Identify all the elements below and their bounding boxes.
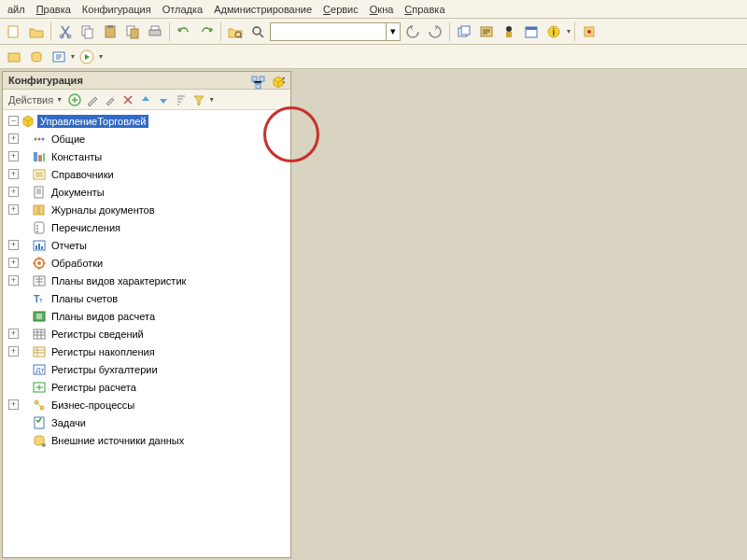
expand-icon[interactable]: + [8,187,19,197]
expand-icon[interactable]: + [8,258,19,268]
dropdown-icon[interactable]: ▾ [99,52,103,61]
print-button[interactable] [145,21,165,42]
help-button[interactable]: i [543,21,564,42]
filter-button[interactable] [190,91,207,108]
syntax-assistant-button[interactable] [499,21,519,42]
documents-icon [32,185,47,200]
menu-windows[interactable]: Окна [364,2,400,17]
tree-item-journals[interactable]: +Журналы документов [5,201,289,218]
start-debug-button[interactable] [77,47,97,67]
expand-icon[interactable] [8,364,19,374]
content-area [291,69,747,558]
compare-button[interactable] [49,47,69,67]
dropdown-icon[interactable]: ▼ [208,96,218,103]
wizard-button[interactable] [102,91,119,108]
debug-config-button[interactable] [579,21,599,42]
config-button[interactable] [4,47,24,67]
menu-help[interactable]: Справка [399,2,450,17]
expand-icon[interactable]: + [8,240,19,250]
tree-item-reports[interactable]: +Отчеты [5,236,289,254]
move-up-button[interactable] [137,91,154,108]
configuration-panel: Конфигурация ✕ Действия▼ ▼ − УправлениеТ… [2,71,291,558]
tree-item-accumreg[interactable]: +Регистры накопления [5,343,289,360]
menu-file[interactable]: айл [2,2,31,17]
tree-item-enums[interactable]: Перечисления [5,218,289,236]
collapse-icon[interactable]: − [8,116,19,126]
sort-button[interactable] [173,91,190,108]
tree-item-label: Планы видов расчета [49,310,158,323]
expand-icon[interactable]: + [8,204,19,215]
tree-item-processing[interactable]: +Обработки [5,254,289,272]
expand-icon[interactable] [8,293,19,303]
update-db-button[interactable] [26,47,47,67]
tree-item-dots[interactable]: +Общие [5,130,289,147]
expand-icon[interactable] [8,382,19,392]
expand-icon[interactable]: + [8,169,19,179]
nav-next-button[interactable] [425,21,445,42]
new-file-button[interactable] [4,21,24,42]
search-combo[interactable]: ▾ [270,22,401,41]
expand-icon[interactable]: + [8,329,19,339]
cut-button[interactable] [55,21,76,42]
menu-configuration[interactable]: Конфигурация [77,2,157,17]
actions-menu[interactable]: Действия [7,94,55,105]
tree-item-bprocess[interactable]: +Бизнес-процессы [5,396,289,413]
tree-item-calctypes[interactable]: Планы видов расчета [5,307,289,325]
expand-icon[interactable] [8,222,19,232]
tree-item-label: Общие [49,133,88,146]
tree-item-tasks[interactable]: Задачи [5,413,289,431]
svg-rect-38 [39,205,44,215]
expand-icon[interactable]: + [8,133,19,144]
expand-icon[interactable]: + [8,151,19,161]
undo-button[interactable] [174,21,194,42]
move-down-button[interactable] [155,91,172,108]
tree-item-constants[interactable]: +Константы [5,147,289,165]
accreg-icon: Дт [32,362,47,377]
svg-rect-10 [151,26,159,30]
tree-item-documents[interactable]: +Документы [5,183,289,201]
menu-edit[interactable]: Правка [31,2,77,17]
expand-icon[interactable] [8,311,19,321]
open-folder-button[interactable] [26,21,47,42]
expand-icon[interactable] [8,435,19,445]
edit-button[interactable] [84,91,101,108]
windows-button[interactable] [454,21,474,42]
menu-administration[interactable]: Администрирование [208,2,317,17]
external-icon [32,433,47,448]
nav-prev-button[interactable] [402,21,423,42]
svg-point-30 [38,137,41,140]
dropdown-icon[interactable]: ▾ [566,27,571,35]
dropdown-icon[interactable]: ▾ [386,23,400,40]
menu-service[interactable]: Сервис [317,2,364,17]
dropdown-icon[interactable]: ▾ [71,52,75,61]
tree-item-catalog[interactable]: +Справочники [5,165,289,183]
calendar-button[interactable] [521,21,542,42]
tree-item-inforeg[interactable]: +Регистры сведений [5,325,289,343]
svg-rect-14 [461,26,470,35]
expand-icon[interactable] [8,417,19,427]
tree-root[interactable]: − УправлениеТорговлей [5,112,289,130]
tree-item-calcreg[interactable]: Регистры расчета [5,378,289,396]
dropdown-icon[interactable]: ▼ [56,96,65,103]
add-button[interactable] [66,91,83,108]
find-folder-button[interactable] [225,21,246,42]
sql-console-button[interactable] [476,21,497,42]
tree-item-external[interactable]: Внешние источники данных [5,431,289,449]
expand-icon[interactable]: + [8,346,19,357]
delete-button[interactable] [120,91,136,108]
expand-icon[interactable]: + [8,399,19,410]
menu-debug[interactable]: Отладка [157,2,208,17]
tree-item-accounts[interactable]: TтПланы счетов [5,289,289,307]
find-button[interactable] [247,21,268,42]
tree-item-accreg[interactable]: ДтРегистры бухгалтерии [5,360,289,378]
svg-rect-24 [8,53,20,62]
paste-button[interactable] [100,21,120,42]
redo-button[interactable] [196,21,217,42]
tree-item-chartypes[interactable]: +Планы видов характеристик [5,272,289,289]
separator [50,22,51,41]
copy-button[interactable] [78,21,98,42]
enums-icon [32,220,47,235]
copy-special-button[interactable] [122,21,143,42]
expand-icon[interactable]: + [8,275,19,286]
configuration-tree[interactable]: − УправлениеТорговлей +Общие+Константы+С… [3,110,290,557]
